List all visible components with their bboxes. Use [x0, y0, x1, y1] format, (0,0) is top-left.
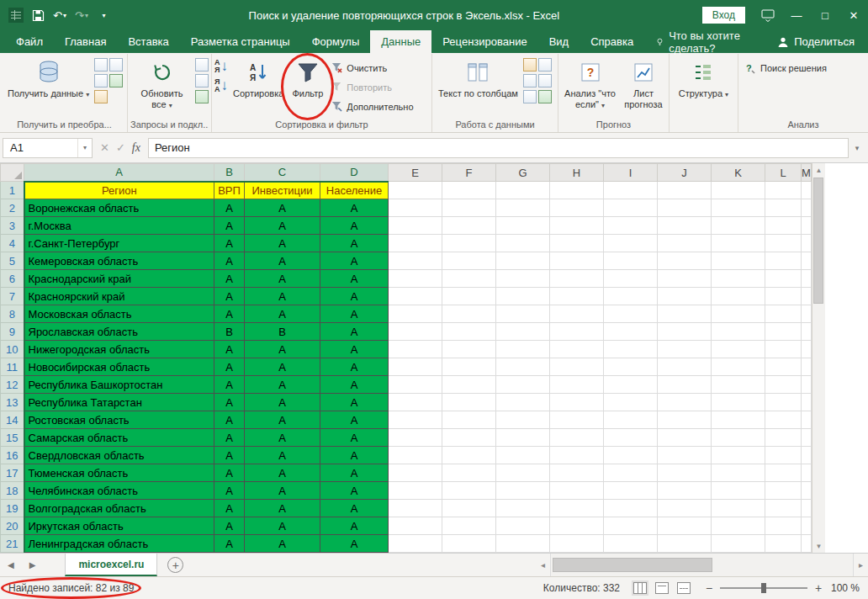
filter-button[interactable]: Фильтр	[288, 56, 326, 118]
cell-H6[interactable]	[550, 270, 604, 288]
cell-C12[interactable]: А	[245, 376, 320, 394]
cell-H3[interactable]	[550, 217, 604, 235]
column-header-C[interactable]: C	[245, 164, 320, 182]
cell-K11[interactable]	[712, 358, 765, 376]
cell-B12[interactable]: А	[214, 376, 245, 394]
close-button[interactable]: ✕	[839, 0, 868, 30]
cell-F1[interactable]	[442, 182, 496, 199]
cell-B13[interactable]: А	[214, 394, 245, 411]
cell-A19[interactable]: Волгоградская область	[24, 500, 214, 517]
cell-H20[interactable]	[550, 517, 604, 535]
flash-fill-icon[interactable]	[523, 58, 537, 72]
cell-M1[interactable]	[802, 182, 812, 199]
cell-D13[interactable]: А	[320, 394, 389, 411]
cell-I21[interactable]	[604, 535, 658, 553]
cell-J19[interactable]	[658, 500, 712, 517]
queries-connections-icon[interactable]	[195, 90, 209, 103]
cell-C11[interactable]: А	[245, 358, 320, 376]
column-header-F[interactable]: F	[442, 164, 496, 182]
cell-H2[interactable]	[550, 199, 604, 217]
cell-M13[interactable]	[802, 394, 812, 411]
column-header-B[interactable]: B	[214, 164, 245, 182]
cell-C17[interactable]: А	[245, 464, 320, 482]
cell-G3[interactable]	[496, 217, 550, 235]
scroll-up-arrow[interactable]: ▲	[812, 163, 825, 177]
scroll-down-arrow[interactable]: ▼	[812, 539, 825, 553]
cell-B1[interactable]: ВРП	[214, 182, 245, 199]
cell-E21[interactable]	[389, 535, 442, 553]
new-sheet-button[interactable]: +	[167, 557, 183, 573]
reapply-filter-button[interactable]: Повторить	[328, 78, 416, 96]
vertical-scroll-thumb[interactable]	[813, 178, 823, 304]
cell-C16[interactable]: А	[245, 447, 320, 464]
cell-M6[interactable]	[802, 270, 812, 288]
row-header-7[interactable]: 7	[1, 288, 24, 305]
cell-I12[interactable]	[604, 376, 658, 394]
cell-G20[interactable]	[496, 517, 550, 535]
column-header-M[interactable]: M	[802, 164, 812, 182]
cell-H1[interactable]	[550, 182, 604, 199]
cell-J21[interactable]	[658, 535, 712, 553]
formula-input[interactable]: Регион	[148, 138, 849, 158]
redo-button[interactable]: ↷▾	[71, 3, 93, 27]
tell-me-box[interactable]: Что вы хотите сделать?	[644, 30, 764, 53]
cell-J4[interactable]	[658, 235, 712, 252]
cell-H14[interactable]	[550, 411, 604, 429]
cell-G16[interactable]	[496, 447, 550, 464]
cell-H10[interactable]	[550, 341, 604, 358]
column-header-E[interactable]: E	[389, 164, 442, 182]
cell-J6[interactable]	[658, 270, 712, 288]
cell-K4[interactable]	[712, 235, 765, 252]
cell-L10[interactable]	[765, 341, 802, 358]
cell-A3[interactable]: г.Москва	[24, 217, 214, 235]
normal-view-button[interactable]	[633, 582, 647, 594]
cell-G21[interactable]	[496, 535, 550, 553]
cell-H7[interactable]	[550, 288, 604, 305]
cell-G1[interactable]	[496, 182, 550, 199]
from-file-icon[interactable]	[109, 58, 123, 72]
column-header-J[interactable]: J	[658, 164, 712, 182]
cell-F3[interactable]	[442, 217, 496, 235]
qat-customize-button[interactable]: ▾	[93, 3, 114, 27]
cell-L21[interactable]	[765, 535, 802, 553]
cell-D19[interactable]: А	[320, 500, 389, 517]
cell-K10[interactable]	[712, 341, 765, 358]
cell-H9[interactable]	[550, 323, 604, 341]
cell-D12[interactable]: А	[320, 376, 389, 394]
cell-H18[interactable]	[550, 482, 604, 500]
cell-H4[interactable]	[550, 235, 604, 252]
cell-D3[interactable]: А	[320, 217, 389, 235]
cell-G9[interactable]	[496, 323, 550, 341]
cell-J17[interactable]	[658, 464, 712, 482]
cell-D11[interactable]: А	[320, 358, 389, 376]
cell-K5[interactable]	[712, 252, 765, 270]
zoom-slider[interactable]	[720, 587, 807, 589]
cell-E9[interactable]	[389, 323, 442, 341]
row-header-12[interactable]: 12	[1, 376, 24, 394]
cell-A13[interactable]: Республика Татарстан	[24, 394, 214, 411]
cell-H13[interactable]	[550, 394, 604, 411]
row-header-10[interactable]: 10	[1, 341, 24, 358]
cell-K12[interactable]	[712, 376, 765, 394]
row-header-2[interactable]: 2	[1, 199, 24, 217]
cell-C7[interactable]: А	[245, 288, 320, 305]
cell-G12[interactable]	[496, 376, 550, 394]
get-data-button[interactable]: Получить данные ▾	[4, 56, 93, 118]
cell-B3[interactable]: А	[214, 217, 245, 235]
cell-A2[interactable]: Воронежская область	[24, 199, 214, 217]
cell-M3[interactable]	[802, 217, 812, 235]
insert-function-button[interactable]: fx	[132, 141, 140, 155]
cell-B7[interactable]: А	[214, 288, 245, 305]
cell-J8[interactable]	[658, 305, 712, 323]
cell-K3[interactable]	[712, 217, 765, 235]
cell-F17[interactable]	[442, 464, 496, 482]
cell-L12[interactable]	[765, 376, 802, 394]
cell-D4[interactable]: А	[320, 235, 389, 252]
undo-button[interactable]: ↶▾	[49, 3, 71, 27]
column-header-A[interactable]: A	[24, 164, 214, 182]
cell-F19[interactable]	[442, 500, 496, 517]
row-header-14[interactable]: 14	[1, 411, 24, 429]
cell-C9[interactable]: В	[245, 323, 320, 341]
cell-I6[interactable]	[604, 270, 658, 288]
row-header-16[interactable]: 16	[1, 447, 24, 464]
